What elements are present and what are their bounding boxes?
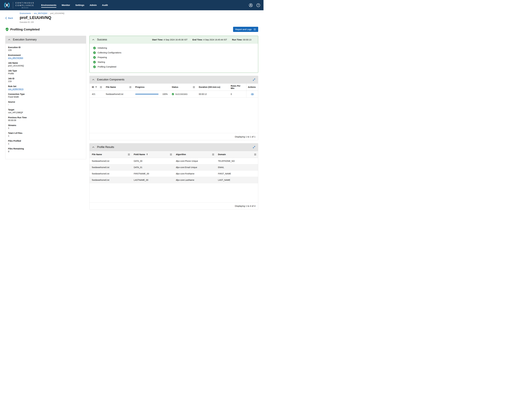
column-header[interactable]: ID [89, 84, 104, 91]
cell-domain: EMAIL [216, 164, 258, 170]
check-circle-icon [93, 51, 96, 54]
expand-icon[interactable] [253, 146, 255, 149]
progress-percent: 100% [162, 93, 168, 95]
account-icon[interactable] [249, 3, 253, 7]
column-header-label: Algorithm [176, 153, 186, 155]
menu-icon [253, 28, 256, 31]
summary-field-label: Target [8, 109, 83, 111]
summary-field-label: Job Type [8, 70, 83, 72]
pagination-status: Displaying 1 to 1 of 1 [89, 133, 258, 140]
run-time: Run Time: 00:00:13 [232, 39, 251, 41]
status-steps: Initializing Collecting Configurations P… [89, 44, 258, 73]
summary-field-value[interactable]: con_AZ6NYM1S [8, 88, 23, 90]
brand-line2: COMPLIANCE [15, 4, 34, 7]
summary-field-value: 1 [8, 143, 83, 145]
summary-field-value: 229 [8, 49, 83, 51]
eye-icon[interactable] [251, 93, 254, 95]
column-header[interactable]: File Name [89, 151, 132, 158]
column-menu-icon[interactable] [193, 86, 195, 88]
page-head: Back › Environments › env_I8N7HQW4 › pro… [0, 10, 264, 23]
nav-item[interactable]: Monitor [62, 3, 70, 8]
column-header-label: Duration (HH:mm:ss) [199, 86, 220, 88]
summary-field-value[interactable]: env_I8N7HQW4 [8, 57, 23, 59]
nav-item[interactable]: Environments [41, 3, 56, 8]
status-step-label: Profiling Completed [98, 66, 116, 68]
cell-domain: LAST_NAME [216, 177, 258, 183]
summary-field: Connection Type Fixed Width [8, 93, 83, 98]
chevron-up-icon[interactable] [92, 146, 94, 148]
expand-icon[interactable] [253, 78, 255, 81]
profile-results-header[interactable]: Profile Results [89, 144, 258, 151]
status-row: Profiling Completed Report and Logs [0, 27, 264, 32]
execution-components-panel: Execution Components ID File Name [89, 76, 258, 140]
summary-field-label: Total # of Files [8, 132, 83, 134]
breadcrumb-item: › prof_LEUU4VNQ [49, 12, 64, 14]
table-row: 421 fixedwwehsme0.txt 100% SUCCEEDED 00:… [89, 91, 258, 98]
execution-summary-header[interactable]: Execution Summary [5, 36, 86, 44]
back-button[interactable]: Back [5, 17, 13, 19]
sort-asc-icon[interactable] [146, 153, 148, 155]
sort-asc-icon[interactable] [95, 86, 97, 88]
cell-progress: 100% [133, 91, 170, 98]
shield-check-icon [5, 27, 9, 31]
success-panel: Success Start Time: 4 Sep 2024 16:45:30 … [89, 36, 258, 73]
nav-item[interactable]: Audit [102, 3, 108, 8]
summary-field-label: Rule Set [8, 85, 83, 88]
column-menu-icon[interactable] [100, 86, 102, 88]
column-header[interactable]: Status [170, 84, 197, 91]
column-header[interactable]: Duration (HH:mm:ss) [197, 84, 229, 91]
summary-field: Total # of Files 1 [8, 132, 83, 137]
nav-item[interactable]: Settings [75, 3, 84, 8]
table-row: fixedwwehsme0.txt DATA_01 dlpx-core:Emai… [89, 164, 258, 171]
success-title: Success [97, 38, 107, 41]
summary-field-label: Job Name [8, 62, 83, 64]
column-menu-icon[interactable] [128, 154, 130, 155]
column-menu-icon[interactable] [254, 154, 256, 155]
summary-field-value: 1 [8, 127, 83, 129]
cell-algorithm: dlpx-core:Email Unique [174, 164, 216, 170]
status-step: Starting [89, 60, 258, 64]
main-content: Execution Summary Execution ID 229 Envir… [0, 32, 264, 214]
status-step: Collecting Configurations [89, 50, 258, 55]
column-header[interactable]: Algorithm [174, 151, 216, 158]
column-menu-icon[interactable] [129, 86, 132, 88]
column-menu-icon[interactable] [170, 154, 172, 155]
column-header-label: File Name [106, 86, 116, 88]
column-header[interactable]: File Name [104, 84, 133, 91]
summary-field: Target con_HP128BQF [8, 109, 83, 114]
help-icon[interactable]: ? [256, 3, 260, 7]
column-menu-icon[interactable] [212, 154, 214, 155]
column-header[interactable]: Progress [133, 84, 170, 91]
execution-components-header[interactable]: Execution Components [89, 76, 258, 84]
chevron-up-icon[interactable] [92, 39, 94, 40]
breadcrumb-link[interactable]: Environments [20, 12, 31, 14]
table-row: fixedwwehsme0.txt LASTNAME_00 dlpx-core:… [89, 177, 258, 183]
delphix-logo[interactable] [3, 2, 11, 8]
run-time-info: Start Time: 4 Sep 2024 16:45:30 IST End … [152, 39, 251, 41]
chevron-up-icon[interactable] [8, 39, 10, 40]
chevron-up-icon[interactable] [92, 79, 94, 80]
summary-field-label: Previous Run Time [8, 116, 83, 119]
column-header[interactable]: Actions [246, 84, 258, 91]
breadcrumb-link: prof_LEUU4VNQ [50, 12, 64, 14]
nav-item[interactable]: Admin [89, 3, 97, 8]
column-header[interactable]: Rows Per Min [229, 84, 246, 91]
column-header-label: File Name [92, 153, 102, 155]
status-step-label: Starting [98, 61, 105, 63]
chevron-left-icon [5, 17, 7, 19]
cell-duration: 00:00:12 [197, 91, 229, 98]
execution-components-column-headers: ID File Name Progress [89, 84, 258, 91]
breadcrumb-link[interactable]: env_I8N7HQW4 [34, 12, 47, 14]
summary-field: Files Remaining 0 [8, 147, 83, 153]
report-and-logs-button[interactable]: Report and Logs [233, 27, 258, 32]
execution-id-subtitle: Execution ID: 229 [20, 21, 258, 23]
column-header[interactable]: Domain [216, 151, 258, 158]
status-label: SUCCEEDED [175, 93, 187, 95]
column-header[interactable]: Field Name [132, 151, 174, 158]
panel-title: Execution Summary [13, 38, 37, 41]
column-header-label: Actions [248, 86, 256, 88]
success-header[interactable]: Success Start Time: 4 Sep 2024 16:45:30 … [89, 36, 258, 44]
summary-field-value: Fixed Width [8, 96, 83, 98]
cell-field-name: LASTNAME_00 [132, 177, 174, 183]
profile-results-column-headers: File Name Field Name Algorithm [89, 151, 258, 158]
